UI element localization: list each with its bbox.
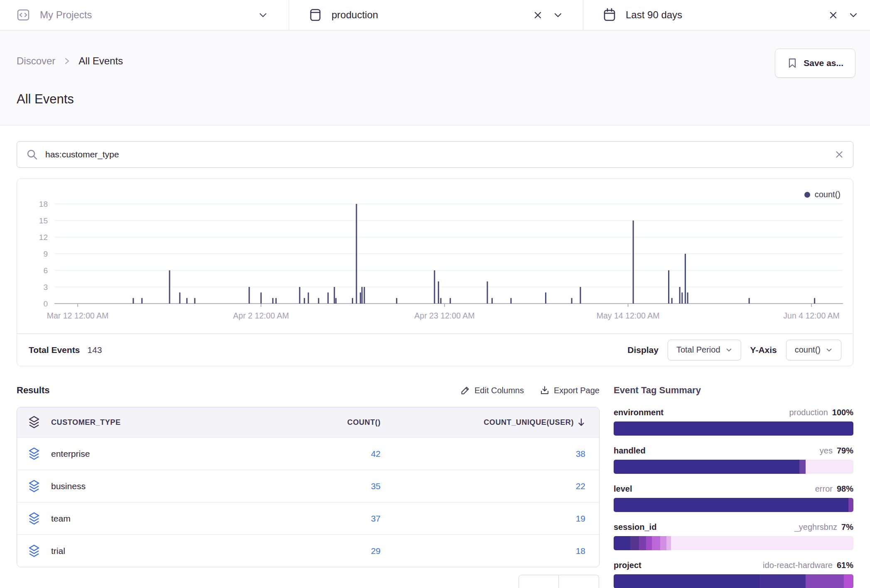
tag-distribution-bar[interactable] <box>614 574 853 588</box>
events-chart: count() 0369121518Mar 12 12:00 AMApr 2 1… <box>17 179 853 333</box>
yaxis-dropdown[interactable]: count() <box>786 340 841 360</box>
tag-bar-segment[interactable] <box>614 498 848 512</box>
tag-distribution-bar[interactable] <box>614 421 853 436</box>
tag-bar-segment[interactable] <box>614 460 799 474</box>
chart-bar <box>261 292 262 304</box>
chart-bar <box>308 292 309 304</box>
date-range-chevron-down-icon[interactable] <box>848 10 858 20</box>
svg-text:18: 18 <box>39 200 48 208</box>
date-range-value: Last 90 days <box>626 9 682 21</box>
tag-bar-segment[interactable] <box>844 574 853 588</box>
export-page-button[interactable]: Export Page <box>540 385 600 395</box>
tag-bar-segment[interactable] <box>660 536 666 550</box>
date-range-filter[interactable]: Last 90 days <box>583 0 870 30</box>
save-as-button[interactable]: Save as... <box>775 49 855 78</box>
tag-bar-segment[interactable] <box>806 460 853 474</box>
projects-chevron-down-icon[interactable] <box>258 10 268 20</box>
chart-bar <box>272 298 273 304</box>
yaxis-label: Y-Axis <box>750 345 777 355</box>
column-header-customer-type[interactable]: CUSTOMER_TYPE <box>51 418 121 427</box>
chart-legend-count[interactable]: count() <box>804 190 841 199</box>
tag-bar-segment[interactable] <box>614 574 760 588</box>
count-cell[interactable]: 42 <box>371 449 381 458</box>
tag-bar-segment[interactable] <box>614 421 853 436</box>
chevron-down-icon <box>725 346 732 353</box>
event-tag-summary: Event Tag Summary environmentproduction1… <box>614 384 853 588</box>
search-clear-icon[interactable] <box>835 150 844 159</box>
chart-bar <box>327 292 329 304</box>
chart-bar <box>352 298 353 304</box>
chart-bar <box>679 287 681 304</box>
pagination-prev-button[interactable] <box>519 575 559 588</box>
total-events-label: Total Events <box>29 345 80 355</box>
edit-columns-button[interactable]: Edit Columns <box>460 385 524 395</box>
chart-footer: Total Events 143 Display Total Period Y-… <box>17 333 853 366</box>
tag-top-value: production100% <box>789 408 853 417</box>
tag-top-value: yes79% <box>820 446 853 456</box>
tag-distribution-bar[interactable] <box>614 536 853 550</box>
tag-top-value: ido-react-hardware61% <box>763 561 853 570</box>
tag-bar-segment[interactable] <box>666 536 671 550</box>
tag-distribution-bar[interactable] <box>614 498 853 512</box>
tag-bar-segment[interactable] <box>614 536 630 550</box>
edit-columns-label: Edit Columns <box>474 386 524 395</box>
x-axis-tick-label: Apr 23 12:00 AM <box>414 311 474 320</box>
tag-bar-segment[interactable] <box>799 460 805 474</box>
chart-bar <box>492 298 493 304</box>
tag-bar-segment[interactable] <box>646 536 652 550</box>
export-page-label: Export Page <box>554 386 600 395</box>
count-unique-cell[interactable]: 38 <box>576 449 585 458</box>
legend-dot-icon <box>804 192 810 198</box>
chart-bar <box>248 287 250 304</box>
layers-icon <box>28 447 40 461</box>
pagination-next-button[interactable] <box>559 575 599 588</box>
customer-type-cell: trial <box>51 546 65 556</box>
x-axis-tick-label: Mar 12 12:00 AM <box>47 311 109 320</box>
tag-summary-heading: Event Tag Summary <box>614 384 853 397</box>
tag-bar-segment[interactable] <box>630 536 639 550</box>
count-cell[interactable]: 29 <box>371 546 381 556</box>
tag-bar-segment[interactable] <box>652 536 660 550</box>
chart-bar <box>334 287 335 304</box>
tag-name: session_id <box>614 522 656 532</box>
environment-filter[interactable]: production <box>289 0 583 30</box>
chart-bar <box>487 282 488 304</box>
tag-bar-segment[interactable] <box>760 574 806 588</box>
tag-top-value: _yeghrsbnz7% <box>794 522 853 532</box>
count-cell[interactable]: 37 <box>371 514 381 523</box>
tag-distribution-bar[interactable] <box>614 460 853 474</box>
breadcrumb-discover[interactable]: Discover <box>17 55 55 67</box>
environment-filter-value: production <box>332 9 378 21</box>
chart-bar <box>571 298 573 304</box>
count-cell[interactable]: 35 <box>371 481 381 491</box>
total-events-value: 143 <box>87 345 102 355</box>
environment-clear-icon[interactable] <box>533 11 542 20</box>
chart-bar <box>668 270 669 304</box>
count-unique-cell[interactable]: 19 <box>576 514 585 523</box>
pagination <box>519 575 600 588</box>
x-axis-tick-label: Jun 4 12:00 AM <box>783 311 840 320</box>
chevron-down-icon <box>826 346 833 353</box>
project-selector-label: My Projects <box>40 9 92 21</box>
column-header-count-unique[interactable]: COUNT_UNIQUE(USER) <box>381 417 599 427</box>
chart-bar <box>179 292 180 304</box>
display-dropdown[interactable]: Total Period <box>668 340 741 360</box>
tag-bar-segment[interactable] <box>639 536 646 550</box>
date-range-clear-icon[interactable] <box>829 11 838 20</box>
pencil-icon <box>460 385 470 395</box>
environment-chevron-down-icon[interactable] <box>553 10 563 20</box>
customer-type-cell: team <box>51 514 71 524</box>
tag-bar-segment[interactable] <box>848 498 853 512</box>
table-row: enterprise4238 <box>17 437 599 470</box>
save-as-label: Save as... <box>804 58 843 68</box>
project-selector[interactable]: My Projects <box>0 0 289 30</box>
tag-bar-segment[interactable] <box>671 536 853 550</box>
count-unique-cell[interactable]: 22 <box>576 481 585 491</box>
search-input[interactable] <box>45 149 827 159</box>
column-header-count[interactable]: COUNT() <box>277 418 381 427</box>
display-label: Display <box>627 345 659 355</box>
layers-icon <box>28 512 40 526</box>
tag-bar-segment[interactable] <box>806 574 844 588</box>
search-bar[interactable] <box>17 141 853 168</box>
count-unique-cell[interactable]: 18 <box>576 546 585 556</box>
